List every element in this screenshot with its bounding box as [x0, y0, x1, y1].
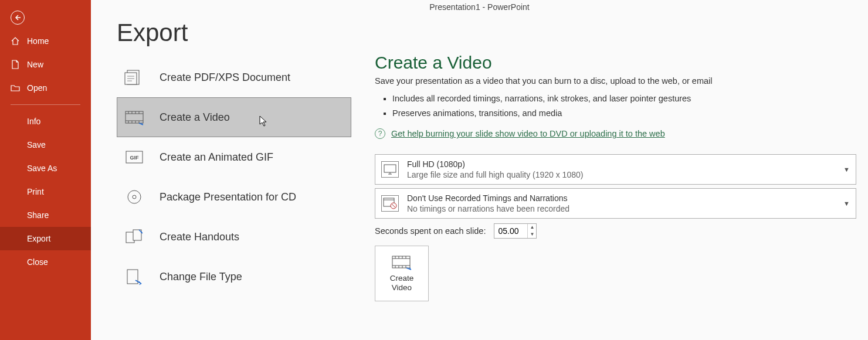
nav-label: Home: [27, 36, 49, 46]
nav-list: Home New Open Info Save Save As Print Sh…: [0, 29, 91, 274]
spinner-arrows: ▲ ▼: [527, 224, 536, 238]
timings-title: Don't Use Recorded Timings and Narration…: [407, 193, 569, 203]
feature-bullets: Includes all recorded timings, narration…: [375, 91, 856, 120]
section-title: Create a Video: [375, 53, 856, 73]
back-button[interactable]: [0, 0, 91, 29]
export-option-handouts[interactable]: Create Handouts: [117, 217, 351, 257]
seconds-label: Seconds spent on each slide:: [375, 226, 486, 236]
open-icon: [11, 83, 20, 93]
quality-dropdown[interactable]: Full HD (1080p) Large file size and full…: [375, 154, 856, 185]
backstage-sidebar: Home New Open Info Save Save As Print Sh…: [0, 0, 91, 340]
video-icon: [123, 108, 145, 126]
help-row: ? Get help burning your slide show video…: [375, 128, 856, 139]
nav-label: Save: [27, 140, 46, 149]
quality-sub: Large file size and full high quality (1…: [407, 170, 583, 179]
page-title: Export: [117, 19, 351, 47]
mouse-cursor-icon: [259, 115, 269, 127]
create-video-label: Create Video: [390, 274, 414, 293]
nav-divider: [11, 104, 80, 105]
timings-dropdown[interactable]: Don't Use Recorded Timings and Narration…: [375, 188, 856, 219]
seconds-row: Seconds spent on each slide: ▲ ▼: [375, 223, 856, 239]
create-video-button[interactable]: Create Video: [375, 246, 429, 301]
nav-label: Share: [27, 210, 49, 220]
pdf-icon: [123, 69, 145, 86]
svg-rect-10: [384, 165, 396, 172]
nav-label: Info: [27, 117, 40, 126]
export-option-change-filetype[interactable]: Change File Type: [117, 257, 351, 297]
nav-label: Print: [27, 187, 44, 196]
export-option-label: Create PDF/XPS Document: [160, 72, 290, 84]
cd-icon: [123, 188, 145, 206]
feature-bullet: Includes all recorded timings, narration…: [392, 91, 856, 106]
chevron-down-icon: ▼: [843, 200, 850, 207]
section-desc: Save your presentation as a video that y…: [375, 76, 856, 86]
nav-label: Export: [27, 234, 50, 243]
app-root: Home New Open Info Save Save As Print Sh…: [0, 0, 868, 340]
video-icon: [391, 255, 412, 270]
nav-save[interactable]: Save: [0, 133, 91, 157]
filetype-icon: [123, 268, 145, 285]
svg-point-6: [133, 195, 136, 199]
gif-icon: GIF: [123, 148, 145, 166]
nav-home[interactable]: Home: [0, 29, 91, 53]
export-options-column: Export Create PDF/XPS Document Create a …: [117, 13, 351, 340]
nav-export[interactable]: Export: [0, 227, 91, 250]
export-option-label: Create a Video: [160, 111, 230, 124]
back-arrow-icon: [11, 11, 25, 25]
spinner-down[interactable]: ▼: [528, 231, 536, 238]
nav-print[interactable]: Print: [0, 180, 91, 203]
nav-label: New: [27, 60, 43, 69]
svg-text:GIF: GIF: [130, 155, 140, 161]
main-area: Presentation1 - PowerPoint Export Create…: [91, 0, 868, 340]
export-option-pdf[interactable]: Create PDF/XPS Document: [117, 57, 351, 97]
export-option-video[interactable]: Create a Video: [117, 97, 351, 137]
spinner-up[interactable]: ▲: [528, 224, 536, 231]
feature-bullet: Preserves animations, transitions, and m…: [392, 106, 856, 121]
quality-title: Full HD (1080p): [407, 159, 583, 169]
nav-share[interactable]: Share: [0, 203, 91, 227]
help-icon: ?: [375, 128, 385, 139]
help-link[interactable]: Get help burning your slide show video t…: [391, 129, 665, 138]
seconds-spinner[interactable]: ▲ ▼: [494, 223, 537, 239]
export-option-label: Create Handouts: [160, 231, 239, 243]
new-icon: [11, 60, 20, 69]
nav-label: Close: [27, 257, 48, 267]
nav-info[interactable]: Info: [0, 110, 91, 133]
nav-save-as[interactable]: Save As: [0, 157, 91, 180]
nav-label: Save As: [27, 164, 57, 173]
nav-close[interactable]: Close: [0, 250, 91, 274]
export-option-gif[interactable]: GIF Create an Animated GIF: [117, 137, 351, 177]
no-timings-icon: [381, 195, 399, 212]
nav-new[interactable]: New: [0, 53, 91, 76]
video-details-column: Create a Video Save your presentation as…: [351, 13, 868, 340]
export-option-label: Create an Animated GIF: [160, 151, 273, 164]
nav-label: Open: [27, 83, 47, 93]
svg-rect-9: [127, 270, 138, 284]
export-option-package-cd[interactable]: Package Presentation for CD: [117, 177, 351, 217]
window-title: Presentation1 - PowerPoint: [91, 0, 868, 13]
svg-point-5: [128, 191, 141, 203]
timings-sub: No timings or narrations have been recor…: [407, 204, 569, 213]
export-option-label: Change File Type: [160, 271, 242, 283]
content: Export Create PDF/XPS Document Create a …: [91, 13, 868, 340]
home-icon: [11, 36, 20, 46]
export-option-label: Package Presentation for CD: [160, 191, 296, 203]
handouts-icon: [123, 228, 145, 246]
nav-open[interactable]: Open: [0, 76, 91, 100]
seconds-input[interactable]: [494, 224, 527, 238]
chevron-down-icon: ▼: [843, 166, 850, 173]
monitor-icon: [381, 161, 399, 178]
